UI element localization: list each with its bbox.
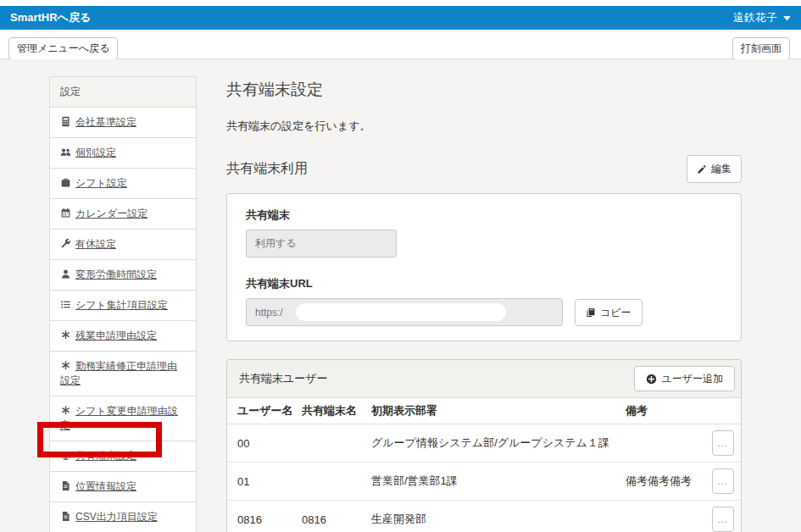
sidebar-item-label: 位置情報設定 bbox=[75, 480, 136, 492]
sidebar-item-label: CSV出力項目設定 bbox=[75, 511, 158, 523]
sidebar-item-individual[interactable]: 個別設定 bbox=[49, 138, 197, 169]
table-row: 0816 0816 生産開発部 ... bbox=[227, 500, 741, 532]
file-icon bbox=[60, 480, 71, 491]
sidebar-item-shared-terminal[interactable]: 共有端末設定 bbox=[49, 441, 197, 472]
page-title: 共有端末設定 bbox=[226, 80, 742, 100]
copy-button-label: コピー bbox=[600, 306, 631, 320]
column-header-user-name: ユーザー名 bbox=[237, 403, 302, 418]
asterisk-icon bbox=[60, 360, 71, 371]
sidebar-item-label: 会社基準設定 bbox=[75, 116, 136, 128]
caret-down-icon bbox=[783, 15, 791, 21]
cell-department: グループ情報システム部/グループシステム１課 bbox=[371, 435, 626, 451]
ellipsis-icon: ... bbox=[718, 438, 728, 448]
usage-section-title: 共有端末利用 bbox=[226, 160, 308, 178]
punch-screen-button[interactable]: 打刻画面 bbox=[732, 37, 790, 60]
users-icon bbox=[60, 147, 71, 158]
user-menu[interactable]: 遠鉄花子 bbox=[733, 10, 791, 25]
sidebar-item-overtime-reason[interactable]: 残業申請理由設定 bbox=[49, 321, 197, 352]
edit-button-label: 編集 bbox=[711, 162, 731, 176]
sidebar-item-label: シフト変更申請理由設定 bbox=[60, 405, 178, 431]
terminal-usage-input: 利用する bbox=[246, 230, 397, 258]
smarthr-back-link[interactable]: SmartHRへ戻る bbox=[10, 10, 91, 25]
sidebar-item-label: 勤務実績修正申請理由設定 bbox=[60, 360, 177, 386]
list-icon bbox=[60, 299, 71, 310]
add-user-button[interactable]: ユーザー追加 bbox=[634, 366, 735, 391]
admin-menu-back-button[interactable]: 管理メニューへ戻る bbox=[8, 37, 118, 60]
briefcase-icon bbox=[60, 177, 71, 188]
url-field-label: 共有端末URL bbox=[246, 276, 722, 291]
terminal-field-label: 共有端末 bbox=[246, 208, 722, 223]
cell-terminal-name: 0816 bbox=[302, 513, 371, 526]
add-user-button-label: ユーザー追加 bbox=[661, 372, 723, 386]
edit-button[interactable]: 編集 bbox=[687, 155, 742, 183]
sidebar-item-shift[interactable]: シフト設定 bbox=[49, 169, 197, 199]
cell-department: 生産開発部 bbox=[371, 512, 626, 527]
row-actions-button[interactable]: ... bbox=[712, 430, 734, 456]
row-actions-button[interactable]: ... bbox=[712, 507, 734, 532]
sidebar-item-shift-change-reason[interactable]: シフト変更申請理由設定 bbox=[49, 396, 197, 441]
settings-sidebar: 設定 会社基準設定 個別設定 シフト設定 カレンダー設定 有休設定 変形労働時間… bbox=[49, 76, 197, 532]
column-header-terminal-name: 共有端末名 bbox=[302, 403, 371, 418]
table-row: 00 グループ情報システム部/グループシステム１課 ... bbox=[227, 424, 741, 462]
calendar-icon bbox=[60, 208, 71, 219]
sidebar-item-work-record-fix-reason[interactable]: 勤務実績修正申請理由設定 bbox=[49, 352, 197, 396]
sidebar-item-label: シフト設定 bbox=[75, 177, 127, 189]
copy-button[interactable]: コピー bbox=[575, 299, 642, 326]
sidebar-item-label: 共有端末設定 bbox=[75, 450, 136, 462]
file-icon bbox=[60, 511, 71, 522]
sidebar-item-label: 残業申請理由設定 bbox=[75, 330, 157, 341]
sidebar-item-flex-work-time[interactable]: 変形労働時間設定 bbox=[49, 260, 197, 291]
cell-user-name: 0816 bbox=[237, 513, 302, 526]
sidebar-item-location-info[interactable]: 位置情報設定 bbox=[49, 472, 197, 502]
sidebar-header: 設定 bbox=[49, 76, 197, 108]
pencil-icon bbox=[697, 164, 707, 175]
copy-icon bbox=[586, 308, 596, 318]
users-section-title: 共有端末ユーザー bbox=[239, 371, 328, 386]
sidebar-item-label: 有休設定 bbox=[75, 238, 116, 250]
row-actions-button[interactable]: ... bbox=[712, 468, 734, 494]
ellipsis-icon: ... bbox=[718, 476, 728, 486]
sidebar-item-label: 個別設定 bbox=[75, 147, 116, 158]
user-name: 遠鉄花子 bbox=[733, 10, 777, 25]
terminal-usage-value: 利用する bbox=[255, 236, 297, 251]
sidebar-item-label: シフト集計項目設定 bbox=[75, 299, 168, 311]
calculator-icon bbox=[60, 116, 71, 127]
topbar: SmartHRへ戻る 遠鉄花子 bbox=[0, 6, 801, 30]
sidebar-item-csv-output[interactable]: CSV出力項目設定 bbox=[49, 502, 197, 532]
cell-note: 備考備考備考 bbox=[626, 474, 710, 489]
shared-terminal-usage-panel: 共有端末 利用する 共有端末URL https:/ コピー bbox=[226, 193, 742, 341]
main-content: 共有端末設定 共有端末の設定を行います。 共有端末利用 編集 共有端末 利用する… bbox=[226, 76, 742, 532]
desktop-icon bbox=[60, 450, 71, 461]
cell-user-name: 00 bbox=[237, 437, 302, 450]
column-header-department: 初期表示部署 bbox=[371, 403, 626, 418]
cell-department: 営業部/営業部1課 bbox=[371, 474, 626, 489]
page-description: 共有端末の設定を行います。 bbox=[226, 119, 742, 134]
admin-menu-back-label: 管理メニューへ戻る bbox=[17, 42, 109, 56]
terminal-url-input: https:/ bbox=[246, 298, 563, 326]
sidebar-item-shift-summary[interactable]: シフト集計項目設定 bbox=[49, 291, 197, 321]
shared-terminal-users-panel: 共有端末ユーザー ユーザー追加 ユーザー名 共有端末名 初期表示部署 備考 00… bbox=[226, 359, 742, 532]
sidebar-item-calendar[interactable]: カレンダー設定 bbox=[49, 199, 197, 230]
wrench-icon bbox=[60, 238, 71, 249]
user-icon bbox=[60, 269, 71, 280]
ellipsis-icon: ... bbox=[718, 514, 728, 524]
asterisk-icon bbox=[60, 405, 71, 416]
column-header-note: 備考 bbox=[626, 403, 710, 418]
sidebar-item-label: 変形労働時間設定 bbox=[75, 269, 157, 280]
url-redaction-overlay bbox=[296, 303, 506, 321]
table-header-row: ユーザー名 共有端末名 初期表示部署 備考 bbox=[227, 398, 741, 424]
table-row: 01 営業部/営業部1課 備考備考備考 ... bbox=[227, 462, 741, 500]
cell-user-name: 01 bbox=[237, 475, 302, 488]
sidebar-item-paid-leave[interactable]: 有休設定 bbox=[49, 230, 197, 260]
plus-circle-icon bbox=[646, 374, 657, 385]
terminal-url-value: https:/ bbox=[255, 307, 283, 319]
punch-screen-label: 打刻画面 bbox=[741, 42, 782, 56]
users-panel-header: 共有端末ユーザー ユーザー追加 bbox=[227, 360, 741, 398]
sidebar-item-company-standard[interactable]: 会社基準設定 bbox=[49, 108, 197, 138]
sidebar-item-label: カレンダー設定 bbox=[75, 208, 147, 219]
asterisk-icon bbox=[60, 330, 71, 341]
